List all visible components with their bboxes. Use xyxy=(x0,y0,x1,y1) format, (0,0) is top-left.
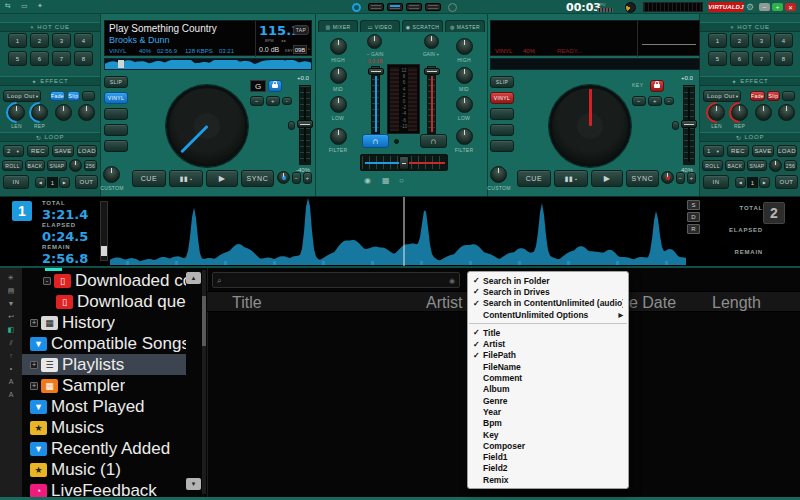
menu-item-filepath[interactable]: ✓FilePath xyxy=(468,350,628,361)
loop-step-right-button[interactable]: ▶ xyxy=(759,177,770,188)
loop-back-button[interactable]: BACK xyxy=(725,160,745,171)
tap-button[interactable]: TAP xyxy=(293,25,309,35)
effect-extra-button[interactable] xyxy=(782,91,795,101)
hotcue-5-button[interactable]: 5 xyxy=(8,51,27,66)
deck2-slip-button[interactable]: SLIP xyxy=(490,76,514,88)
deck2-zoom-in-button[interactable]: + xyxy=(687,172,696,184)
back-icon[interactable]: ↩ xyxy=(8,313,14,320)
menu-item-bpm[interactable]: Bpm xyxy=(468,418,628,429)
font-bigger-icon[interactable]: A xyxy=(9,378,14,385)
ch1-headphones-button[interactable]: ∩ xyxy=(362,134,389,148)
hotcue-2-button[interactable]: 2 xyxy=(30,33,49,48)
key-lock-mini-icon[interactable]: ▫ xyxy=(308,46,310,52)
filter-icon[interactable]: ▼ xyxy=(8,300,15,307)
effect-rep-knob[interactable] xyxy=(731,104,748,121)
search-options-icon[interactable]: ◉ xyxy=(449,277,455,285)
ch1-fader-handle[interactable] xyxy=(368,68,384,75)
sidebar-item-music-1[interactable]: ★Music (1) xyxy=(22,459,186,480)
menu-item-year[interactable]: Year xyxy=(468,406,628,417)
deck1-number-badge[interactable]: 1 xyxy=(12,201,32,221)
deck1-jog-wheel[interactable] xyxy=(166,85,248,167)
tab-video[interactable]: ▭VIDEO xyxy=(360,20,400,32)
bpm-step-arrows[interactable]: ◂ ▸ xyxy=(281,38,286,43)
hotcue-6-button[interactable]: 6 xyxy=(30,51,49,66)
column-header-title[interactable]: Title xyxy=(232,294,262,312)
deck2-pitch-handle[interactable] xyxy=(681,120,697,128)
deck2-pad-slot-1[interactable] xyxy=(490,108,514,120)
sidebar-item-history[interactable]: +▦History xyxy=(22,312,186,333)
deck2-pitch-reset-button[interactable] xyxy=(672,121,679,130)
sidebar-scroll-down-button[interactable]: ▼ xyxy=(186,478,201,490)
ch2-filter-knob[interactable] xyxy=(456,128,473,145)
hotcue-1-button[interactable]: 1 xyxy=(8,33,27,48)
deck2-number-badge[interactable]: 2 xyxy=(763,202,785,224)
ch2-fader-handle[interactable] xyxy=(424,68,440,75)
sidebar-item-downloaded-content[interactable]: -▯Downloaded content xyxy=(22,270,186,291)
loop-256-button[interactable]: 256 xyxy=(84,160,97,171)
deck1-key-minus-button[interactable]: − xyxy=(250,96,264,106)
deck1-pause-button[interactable]: ▮▮▪ xyxy=(169,170,203,187)
deck2-jog-wheel[interactable] xyxy=(549,85,631,167)
sidebar-item-download-queue[interactable]: ▯Download queue xyxy=(22,291,186,312)
up-icon[interactable]: ↑ xyxy=(9,352,13,359)
sidebar-scrollbar-track[interactable] xyxy=(202,270,206,494)
menu-item-composer[interactable]: Composer xyxy=(468,440,628,451)
loop-load-button[interactable]: LOAD xyxy=(777,145,797,157)
hotcue-8-button[interactable]: 8 xyxy=(74,51,93,66)
effect-select-dropdown[interactable]: Loop Out▼ xyxy=(3,90,41,102)
menu-item-artist[interactable]: ✓Artist xyxy=(468,338,628,349)
dot-icon[interactable]: • xyxy=(10,365,12,372)
deck2-key-minus-button[interactable]: − xyxy=(632,96,646,106)
crossfader[interactable] xyxy=(360,154,448,171)
menu-item-genre[interactable]: Genre xyxy=(468,395,628,406)
sidebar-item-most-played[interactable]: ▼Most Played xyxy=(22,396,186,417)
loop-length-dropdown[interactable]: 1▼ xyxy=(703,145,724,157)
layout-pill-4[interactable] xyxy=(425,3,441,11)
ch1-mid-knob[interactable] xyxy=(330,67,347,84)
deck2-zoom-out-button[interactable]: − xyxy=(676,172,685,184)
sidebar-item-recently-added[interactable]: ▼Recently Added xyxy=(22,438,186,459)
hotcue-5-button[interactable]: 5 xyxy=(708,51,727,66)
deck1-cue-button[interactable]: CUE xyxy=(132,170,166,187)
favorites-icon[interactable]: ✳ xyxy=(8,274,14,281)
deck1-pitch-handle[interactable] xyxy=(297,120,313,128)
hotcue-3-button[interactable]: 3 xyxy=(752,33,771,48)
layout-pill-1[interactable] xyxy=(368,3,384,11)
menu-item-album[interactable]: Album xyxy=(468,384,628,395)
effect-knob-4[interactable] xyxy=(78,104,95,121)
slip-button[interactable]: Slip xyxy=(67,91,80,101)
ch1-high-knob[interactable] xyxy=(330,38,347,55)
layout-circle-icon[interactable] xyxy=(448,3,457,12)
deck1-pad-slot-1[interactable] xyxy=(104,108,128,120)
split-view-icon[interactable]: ⫽ xyxy=(9,339,12,346)
loop-in-button[interactable]: IN xyxy=(703,175,729,189)
star-icon[interactable]: ✦ xyxy=(37,2,43,10)
sidebar-scroll-up-button[interactable]: ▲ xyxy=(186,272,201,284)
loop-length-dropdown[interactable]: 2▼ xyxy=(3,145,24,157)
loop-snap-button[interactable]: SNAP xyxy=(47,160,67,171)
hotcue-3-button[interactable]: 3 xyxy=(52,33,71,48)
effect-extra-button[interactable] xyxy=(82,91,95,101)
rhythm-wave-button[interactable]: R xyxy=(687,224,700,234)
menu-item-search-in-drives[interactable]: ✓Search in Drives xyxy=(468,286,628,297)
crossfader-handle[interactable] xyxy=(399,156,409,170)
ch1-gain-knob[interactable] xyxy=(367,34,382,49)
deck1-pad-slot-2[interactable] xyxy=(104,124,128,136)
deck2-cue-button[interactable]: CUE xyxy=(517,170,551,187)
hotcue-1-button[interactable]: 1 xyxy=(708,33,727,48)
deck1-custom-knob[interactable] xyxy=(103,166,120,183)
sidebar-item-musics[interactable]: ★Musics xyxy=(22,417,186,438)
loop-out-button[interactable]: OUT xyxy=(775,175,798,189)
deck1-sync-button[interactable]: SYNC xyxy=(241,170,274,187)
tree-expander-icon[interactable]: + xyxy=(30,361,38,369)
deck1-seek-knob[interactable] xyxy=(277,171,290,184)
deck2-sync-button[interactable]: SYNC xyxy=(626,170,659,187)
effect-knob-4[interactable] xyxy=(778,104,795,121)
deck1-track-waveform[interactable] xyxy=(104,58,312,70)
sidebar-item-compatible-songs[interactable]: ▼Compatible Songs xyxy=(22,333,186,354)
deck2-custom-knob[interactable] xyxy=(490,166,507,183)
loop-out-button[interactable]: OUT xyxy=(75,175,98,189)
effect-len-knob[interactable] xyxy=(708,104,725,121)
loop-move-knob[interactable] xyxy=(769,159,782,172)
effect-select-dropdown[interactable]: Loop Out▼ xyxy=(703,90,741,102)
